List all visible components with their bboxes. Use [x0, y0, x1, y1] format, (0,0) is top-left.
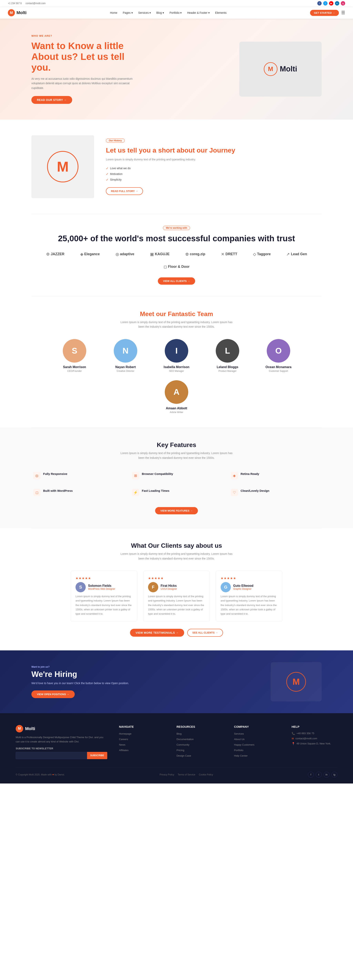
footer-col-company: COMPANY Services About Us Happy Customer…: [234, 725, 280, 759]
youtube-icon[interactable]: ▶: [329, 1, 333, 5]
get-started-button[interactable]: GET STARTED →: [310, 10, 339, 16]
nav-header-footer[interactable]: Header & Footer ▾: [187, 11, 209, 14]
footer-nav-affiliates[interactable]: Affiliates: [119, 749, 129, 752]
footer-resources-blog[interactable]: Blog: [176, 732, 182, 735]
testimonials-section: What Our Clients say about us Lorem Ipsu…: [0, 528, 353, 651]
footer-company-title: COMPANY: [234, 725, 280, 728]
facebook-icon[interactable]: f: [317, 1, 321, 5]
footer-company-services[interactable]: Services: [234, 732, 244, 735]
feature-fast-loading: ⚡ Fast Loading Times: [130, 487, 223, 498]
testimonial-text: Lorem ipsum is simply dummy text of the …: [221, 594, 277, 616]
newsletter-input[interactable]: [16, 752, 87, 759]
testimonial-header: S Solomon Fields WordPress Web Designer: [76, 582, 132, 592]
nav-pages[interactable]: Pages ▾: [123, 11, 133, 14]
avatar-placeholder: N: [114, 339, 137, 363]
footer-resources-list: Blog Documentation Community Pricing Des…: [176, 732, 222, 757]
nav-home[interactable]: Home: [110, 11, 117, 14]
hero-cta-button[interactable]: READ OUR STORY →: [32, 96, 72, 104]
feature-icon: ♡: [231, 489, 238, 496]
about-logo-m: M: [57, 159, 69, 175]
see-all-clients-button[interactable]: SEE ALL CLIENTS →: [187, 629, 223, 636]
phone-icon: 📞: [291, 732, 295, 735]
about-cta-button[interactable]: READ FULL STORY →: [106, 187, 143, 195]
footer-nav-homepage[interactable]: Homepage: [119, 732, 131, 735]
team-grid: S Sarah Morrison CEO/Founder N Nayan Rob…: [32, 339, 321, 414]
footer-linkedin-icon[interactable]: in: [324, 772, 329, 778]
testimonial-stars: ★★★★★: [76, 576, 132, 580]
avatar-placeholder: L: [216, 339, 239, 363]
footer-terms[interactable]: Terms of Service: [178, 773, 195, 776]
top-bar-left: +1 234 567 8 contact@molti.com: [8, 2, 46, 5]
footer-resources-design-case[interactable]: Design Case: [176, 754, 191, 757]
footer-logo-name: Molti: [25, 726, 35, 731]
footer-newsletter-label: SUBSCRIBE TO NEWSLETTER: [16, 747, 107, 750]
testimonial-role: UX/UI Designer: [161, 587, 177, 590]
footer-twitter-icon[interactable]: t: [316, 772, 321, 778]
navbar-logo[interactable]: M Molti: [8, 9, 27, 16]
client-jazzer: ⚙JAZZER: [46, 252, 65, 256]
footer-company-list: Services About Us Happy Customers Portfo…: [234, 732, 280, 757]
feature-name: Retina Ready: [241, 472, 259, 476]
footer-brand: M Molti Molti is a Professionally Design…: [16, 725, 107, 759]
hamburger-icon[interactable]: ☰: [341, 10, 345, 15]
team-member-nayan: N Nayan Robert Creative Director: [106, 339, 145, 372]
testimonial-stars: ★★★★★: [148, 576, 205, 580]
footer-company-customers[interactable]: Happy Customers: [234, 743, 254, 746]
nav-elements[interactable]: Elements: [215, 11, 226, 14]
footer-address: 49 Union Square D, New York.: [296, 742, 331, 745]
linkedin-icon[interactable]: in: [335, 1, 339, 5]
footer-company-portfolio[interactable]: Portfolio: [234, 749, 243, 752]
feature-icon: ◻: [33, 489, 40, 496]
twitter-icon[interactable]: t: [323, 1, 328, 5]
testimonial-name: Firat Hicks: [161, 584, 177, 587]
view-more-features-button[interactable]: VIEW MORE FEATURES →: [155, 507, 198, 514]
team-name: Ocean Mcnamara: [266, 365, 291, 369]
testimonial-text: Lorem ipsum is simply dummy text of the …: [76, 594, 132, 616]
newsletter-subscribe-button[interactable]: Subscribe: [87, 752, 107, 759]
testimonial-solomon: ★★★★★ S Solomon Fields WordPress Web Des…: [71, 571, 137, 622]
view-more-testimonials-button[interactable]: VIEW MORE TESTIMONIALS →: [130, 629, 184, 636]
team-name: Amaan Abbott: [166, 407, 187, 410]
clients-grid: ⚙JAZZER ◈Elegance ◎adaptive ▣KAGUJE ✿cor…: [32, 252, 321, 269]
feature-text: Clean/Lovely Design: [241, 489, 269, 493]
client-icon: ⚙: [46, 252, 50, 256]
footer-privacy[interactable]: Privacy Policy: [160, 773, 174, 776]
nav-blog[interactable]: Blog ▾: [156, 11, 164, 14]
team-role: Creative Director: [117, 370, 135, 372]
testimonial-guto: ★★★★★ G Guto Ellwood Graphic Designer Lo…: [216, 571, 282, 622]
top-bar-right: f t ▶ in ig: [317, 1, 345, 5]
team-member-leland: L Leland Bloggs Product Manager: [208, 339, 247, 372]
feature-icon: ◎: [33, 472, 40, 479]
footer-resources-docs[interactable]: Documentation: [176, 738, 193, 741]
checklist-item: ✓Love what we do: [106, 165, 321, 171]
nav-services[interactable]: Services ▾: [138, 11, 151, 14]
footer-facebook-icon[interactable]: f: [308, 772, 314, 778]
footer-instagram-icon[interactable]: ig: [331, 772, 337, 778]
footer-copyright: © Copyright Molti 2020. Made with ♥ by D…: [16, 773, 65, 776]
check-icon: ✓: [106, 178, 108, 181]
feature-name: Built with WordPress: [43, 489, 73, 492]
footer-nav-careers[interactable]: Careers: [119, 738, 128, 741]
testimonial-stars: ★★★★★: [221, 576, 277, 580]
footer-resources-pricing[interactable]: Pricing: [176, 749, 184, 752]
top-bar: +1 234 567 8 contact@molti.com f t ▶ in …: [0, 0, 353, 7]
navbar-nav: Home Pages ▾ Services ▾ Blog ▾ Portfolio…: [110, 11, 226, 14]
footer-resources-title: RESOURCES: [176, 725, 222, 728]
team-role: Article Writer: [170, 411, 183, 414]
view-all-clients-button[interactable]: VIEW ALL CLIENTS →: [158, 277, 195, 285]
hiring-section: Want to join us? We're Hiring We'd love …: [0, 651, 353, 713]
nav-portfolio[interactable]: Portfolio ▾: [169, 11, 182, 14]
view-positions-button[interactable]: VIEW OPEN POSITIONS →: [32, 690, 75, 698]
footer-cookie[interactable]: Cookie Policy: [199, 773, 213, 776]
footer-resources-community[interactable]: Community: [176, 743, 190, 746]
instagram-icon[interactable]: ig: [341, 1, 345, 5]
feature-text: Fully Responsive: [43, 472, 67, 476]
team-avatar: L: [216, 339, 239, 363]
footer-logo-icon: M: [16, 725, 23, 732]
client-icon: ✕: [221, 252, 224, 256]
footer-nav-news[interactable]: News: [119, 743, 125, 746]
footer-phone: +40 893 356 75: [296, 732, 314, 735]
footer-company-about[interactable]: About Us: [234, 738, 244, 741]
feature-retina: ◈ Retina Ready: [229, 470, 321, 481]
footer-company-help[interactable]: Help Center: [234, 754, 247, 757]
